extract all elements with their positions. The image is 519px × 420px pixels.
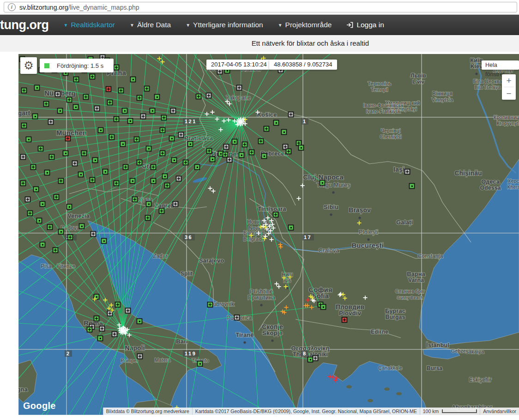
city-label: Galați [396,219,413,226]
login-button[interactable]: Logga in [346,21,384,29]
station-dot [60,231,62,233]
url-field[interactable]: i sv.blitzortung.org/live_dynamic_maps.p… [4,2,517,12]
city-label: Івано-Франківськ [363,102,404,108]
station-dot [124,110,126,112]
station-dot [81,226,83,227]
city-label-latin: Burgas [385,314,405,320]
city-label: Zadar [153,253,167,259]
station-dot [411,186,413,187]
city-label: Θεσσαλονίκη [291,345,329,352]
islet [396,392,402,396]
city-label: Eskişehir [469,377,492,383]
main-nav: tung.org ▼ Realtidskartor ▼ Äldre Data ▼… [0,15,519,35]
nav-item-aldre-data[interactable]: ▼ Äldre Data [130,21,171,29]
city-dot [260,304,262,306]
city-label-latin: Chernivtsi [380,134,402,139]
city-label: Iași [393,166,404,173]
islet [368,399,373,402]
city-dot [475,72,477,75]
station-dot [75,107,77,108]
city-label: Chișinău [454,169,482,177]
city-label: Napoli [125,344,145,352]
station-dot [264,156,265,157]
station-dot [220,153,222,155]
station-dot [122,144,124,145]
station-dot [197,167,198,168]
city-label: Venezia [67,212,90,219]
nav-item-projektomrade[interactable]: ▼ Projektområde [278,21,332,29]
station-dot [153,180,154,182]
settings-button[interactable]: ⚙ [20,57,37,74]
login-icon [346,22,353,28]
station-dot [95,160,96,161]
map-canvas[interactable]: PrahaKatowiceKrakówNürnbergMünchenStuttg… [18,54,519,415]
grid-cell-count: 121 [185,119,197,124]
city-label: Košice [257,111,277,118]
google-logo[interactable]: Google [23,401,56,411]
city-label: Одеса [481,178,500,185]
islet [346,385,352,389]
city-label: Бургас [385,307,405,314]
city-label-latin: Kropyvnytskyi [497,120,519,126]
station-dot [42,244,43,246]
station-dot [284,132,285,133]
zoom-in-button[interactable]: + [502,74,516,87]
nav-item-realtidskartor[interactable]: ▼ Realtidskartor [63,21,115,29]
city-dot [330,213,332,216]
station-dot [80,174,82,175]
station-dot [69,206,70,208]
info-icon[interactable]: i [8,3,16,11]
station-dot [133,79,134,80]
city-label: Split [181,270,193,277]
nav-item-ytterligare-information[interactable]: ▼ Ytterligare information [186,21,263,29]
lightning-attribution: Blixtdata © Blitzortung.org medverkare [103,408,192,415]
grid-cell-count: 2 [66,351,71,356]
city-dot [367,238,369,240]
city-label: İstanbul [426,342,449,348]
site-logo[interactable]: tung.org [0,18,48,32]
islet [384,388,390,391]
city-label: Львів [410,72,426,79]
fullscreen-button[interactable]: Hela fönstret [482,60,519,70]
station-dot [174,160,175,161]
station-dot [301,147,302,149]
city-label: Pompei [121,358,138,363]
city-label: Херсон [507,178,519,184]
station-dot [322,182,323,184]
delay-indicator: Fördröjning: 1.5 s [40,59,114,72]
delay-label: Fördröjning: 1.5 s [57,62,103,69]
station-dot [310,359,311,360]
city-label: Варна [407,270,425,277]
station-dot [290,227,292,228]
grid-cell-count: 17 [304,234,312,240]
mapdata-attribution: Kartdata ©2017 GeoBasis-DE/BKG (©2009), … [192,408,420,415]
strike-hub-center [121,329,124,332]
city-label: Київ [470,57,483,64]
zoom-control: + − [502,74,516,100]
zoom-out-button[interactable]: − [502,87,516,100]
station-dot [190,144,191,145]
city-label: București [351,241,383,249]
city-label: Слънчев бряг [395,289,425,294]
city-dot [243,341,246,343]
city-dot [271,339,273,342]
city-label: Sibiu [324,204,338,210]
map-attribution: Blixtdata © Blitzortung.org medverkare K… [103,408,519,415]
city-label: Вінниця [432,90,453,97]
station-dot [65,153,66,154]
delay-status-swatch [44,63,49,68]
city-label: Bursa [427,365,442,372]
station-dot [36,189,37,190]
city-label-latin: Kherson [507,184,519,190]
map-timestamp: 2017-04-05 13:10:24 [206,60,272,70]
nav-item-label: Realtidskartor [71,21,115,29]
station-dot [276,122,277,124]
browser-url-bar: i sv.blitzortung.org/live_dynamic_maps.p… [0,0,519,15]
nav-item-label: Ytterligare information [193,21,263,29]
terms-link[interactable]: Användarvillkor [480,408,519,415]
url-host: sv.blitzortung.org [19,4,68,11]
map-container: PrahaKatowiceKrakówNürnbergMünchenStuttg… [18,54,519,415]
city-dot [286,287,288,289]
strike-hub-center [239,120,242,123]
grid-cell-count: 36 [185,234,193,240]
